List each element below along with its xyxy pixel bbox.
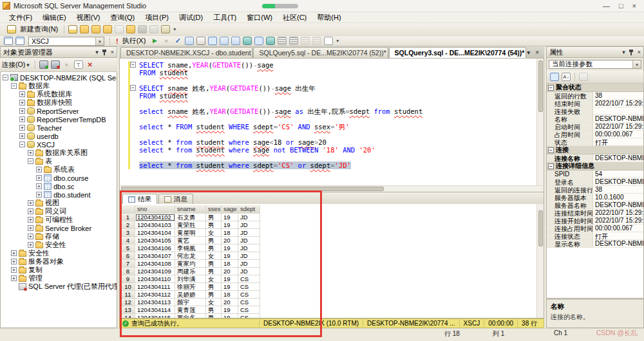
row-number[interactable]: 9 [121, 275, 135, 283]
expand-icon[interactable]: + [19, 100, 25, 106]
cell[interactable]: 石文勇 [175, 214, 206, 221]
row-number[interactable]: 2 [121, 221, 135, 229]
close-document-icon[interactable]: × [535, 49, 539, 56]
expand-icon[interactable]: + [28, 208, 33, 214]
toolbar-overflow-icon[interactable]: ▾ [173, 26, 176, 32]
cell[interactable]: CS [238, 275, 260, 283]
code-area[interactable]: −SELECT sname,YEAR(GETDATE())-sageFROM s… [130, 61, 536, 169]
editor-horizontal-scrollbar[interactable] [119, 185, 544, 192]
cell[interactable]: JD [238, 268, 260, 275]
cell[interactable]: 18 [222, 260, 238, 268]
tab-messages[interactable]: 消息 [158, 194, 193, 204]
cell[interactable]: 刘华满 [175, 275, 206, 283]
row-number[interactable]: 7 [121, 260, 135, 268]
cell[interactable]: 18 [222, 229, 238, 237]
cell[interactable]: 19 [222, 306, 238, 314]
results-to-grid-icon[interactable] [254, 37, 263, 45]
new-xmla-query-icon[interactable] [103, 25, 112, 33]
tree-item[interactable]: +可编程性 [1, 216, 117, 224]
error-log-icon[interactable]: ✕ [86, 60, 95, 69]
row-number[interactable]: 4 [121, 237, 135, 244]
cell[interactable]: 何志龙 [175, 252, 206, 260]
activity-monitor-icon[interactable] [161, 25, 170, 33]
scrollbar-thumb[interactable] [538, 60, 543, 112]
property-row[interactable]: 登录名DESKTOP-NBME2IK [547, 178, 643, 186]
cell[interactable]: 19 [222, 221, 238, 229]
tab-list-dropdown-icon[interactable]: ▾ [527, 49, 530, 56]
specify-values-icon[interactable] [324, 37, 333, 45]
cell[interactable]: 男 [206, 244, 222, 252]
expand-icon[interactable]: + [11, 259, 17, 264]
cell[interactable]: 1204304110 [135, 275, 175, 283]
column-header-sname[interactable]: sname [175, 205, 206, 214]
cell[interactable]: 19 [222, 283, 238, 291]
tree-item[interactable]: +服务器对象 [1, 257, 117, 266]
cell[interactable]: 女 [206, 299, 222, 306]
cell[interactable]: 黄青莲 [175, 306, 206, 314]
expand-icon[interactable]: + [11, 250, 17, 256]
menu-item[interactable]: 社区(C) [278, 12, 312, 23]
cell[interactable]: 男 [206, 283, 222, 291]
tree-item[interactable]: +安全性 [1, 241, 117, 249]
expand-icon[interactable]: + [19, 116, 25, 122]
cell[interactable]: 20 [222, 299, 238, 306]
open-folder-icon[interactable] [126, 25, 135, 33]
collapse-icon[interactable]: − [11, 83, 17, 89]
cell[interactable]: 18 [222, 291, 238, 299]
cell[interactable]: JD [238, 237, 260, 244]
close-icon[interactable]: × [638, 49, 641, 55]
change-connection-icon[interactable] [15, 37, 24, 45]
comment-icon[interactable] [278, 37, 287, 45]
toolbar-overflow-icon[interactable]: ▾ [336, 38, 339, 44]
cell[interactable]: 男 [206, 237, 222, 244]
cell[interactable]: 周建乐 [175, 268, 206, 275]
property-row[interactable]: 结束时间2022/10/7 15:29:19 [547, 100, 643, 107]
parse-icon[interactable]: ✓ [173, 37, 182, 45]
cell[interactable]: 1204304112 [135, 291, 175, 299]
window-position-icon[interactable]: ▾ [95, 49, 99, 55]
menu-item[interactable]: 编辑(E) [37, 12, 71, 23]
cell[interactable]: 1204304108 [135, 260, 175, 268]
new-mdx-query-icon[interactable] [91, 25, 100, 33]
cell[interactable]: 男 [206, 291, 222, 299]
property-row[interactable]: 连接失败 [547, 107, 643, 115]
cell[interactable]: 黄荣胜 [175, 221, 206, 229]
cell[interactable]: 李锦凰 [175, 244, 206, 252]
property-row[interactable]: 返回的连接行数38 [547, 186, 643, 194]
tree-item[interactable]: +数据库关系图 [1, 149, 117, 157]
cell[interactable]: 覃向名 [175, 314, 206, 318]
property-row[interactable]: 连接结束时间2022/10/7 15:29:19 [547, 209, 643, 217]
tree-item[interactable]: −数据库 [1, 82, 117, 90]
chevron-down-icon[interactable]: ▾ [26, 62, 30, 68]
pin-icon[interactable] [102, 49, 107, 55]
collapse-icon[interactable]: − [130, 85, 136, 91]
cell[interactable]: JD [238, 252, 260, 260]
database-combo[interactable]: XSCJ ▾ [28, 37, 104, 46]
client-statistics-icon[interactable] [231, 37, 240, 45]
disconnect-server-icon[interactable] [51, 60, 60, 69]
document-tab-2[interactable]: SQLQuery5.sql - DE...ME2IK\20774 (52))* [253, 47, 388, 58]
query-options-icon[interactable] [196, 37, 205, 45]
close-icon[interactable]: × [111, 49, 114, 55]
expand-icon[interactable]: + [19, 125, 25, 131]
tree-item[interactable]: −DESKTOP-NBME2IK (SQL Server 10.0.160 [1, 73, 117, 82]
new-database-engine-query-icon[interactable] [68, 25, 77, 33]
cell[interactable]: JD [238, 229, 260, 237]
property-group-header[interactable]: −连接 [547, 146, 643, 154]
properties-object-combo[interactable]: 当前连接参数 ▾ [549, 60, 641, 69]
tree-item[interactable]: +安全性 [1, 249, 117, 257]
cell[interactable]: 男 [206, 221, 222, 229]
cell[interactable]: CS [238, 291, 260, 299]
property-row[interactable]: 占用时间00:00:00.067 [547, 131, 643, 138]
expand-icon[interactable]: + [36, 175, 42, 181]
property-row[interactable]: 返回的行数38 [547, 92, 643, 100]
include-actual-plan-icon[interactable] [220, 37, 229, 45]
intellisense-enabled-icon[interactable] [208, 37, 217, 45]
collapse-icon[interactable]: − [548, 147, 554, 153]
cell[interactable]: 黄家均 [175, 260, 206, 268]
cell[interactable]: CS [238, 314, 260, 318]
tree-item[interactable]: +系统表 [1, 165, 117, 174]
cell[interactable]: CS [238, 283, 260, 291]
cell[interactable]: JD [238, 214, 260, 221]
cell[interactable]: 女 [206, 275, 222, 283]
